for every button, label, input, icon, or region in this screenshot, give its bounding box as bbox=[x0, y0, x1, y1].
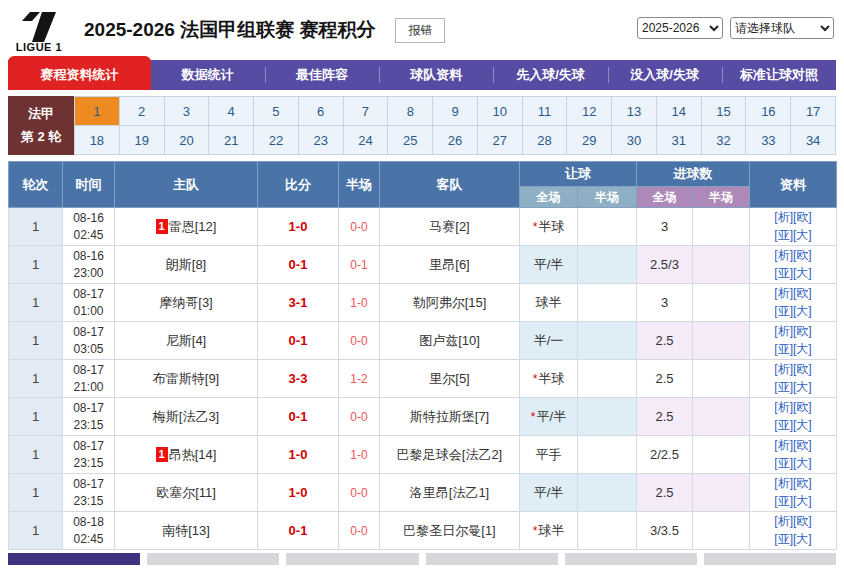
info-link[interactable]: [欧] bbox=[793, 438, 812, 452]
info-link[interactable]: [大] bbox=[793, 266, 812, 280]
info-link[interactable]: [析] bbox=[774, 514, 793, 528]
info-link[interactable]: [大] bbox=[793, 456, 812, 470]
home-team[interactable]: 朗斯[8] bbox=[115, 246, 258, 284]
round-cell-17[interactable]: 17 bbox=[791, 97, 836, 126]
tab-6[interactable]: 没入球/失球 bbox=[608, 60, 722, 90]
info-link[interactable]: [亚] bbox=[774, 456, 793, 470]
round-cell-34[interactable]: 34 bbox=[791, 126, 836, 155]
round-cell-13[interactable]: 13 bbox=[612, 97, 657, 126]
round-cell-19[interactable]: 19 bbox=[120, 126, 165, 155]
away-team[interactable]: 巴黎足球会[法乙2] bbox=[380, 436, 520, 474]
away-team[interactable]: 巴黎圣日尔曼[1] bbox=[380, 512, 520, 550]
tab-2[interactable]: 数据统计 bbox=[151, 60, 265, 90]
info-link[interactable]: [亚] bbox=[774, 532, 793, 546]
round-cell-23[interactable]: 23 bbox=[299, 126, 344, 155]
away-team[interactable]: 洛里昂[法乙1] bbox=[380, 474, 520, 512]
info-link[interactable]: [欧] bbox=[793, 248, 812, 262]
round-cell-28[interactable]: 28 bbox=[523, 126, 568, 155]
home-team[interactable]: 尼斯[4] bbox=[115, 322, 258, 360]
away-team[interactable]: 斯特拉斯堡[7] bbox=[380, 398, 520, 436]
home-team[interactable]: 摩纳哥[3] bbox=[115, 284, 258, 322]
round-cell-27[interactable]: 27 bbox=[478, 126, 523, 155]
season-select[interactable]: 2025-2026 bbox=[637, 17, 723, 39]
round-cell-11[interactable]: 11 bbox=[523, 97, 568, 126]
info-link[interactable]: [大] bbox=[793, 532, 812, 546]
info-link[interactable]: [大] bbox=[793, 342, 812, 356]
info-link[interactable]: [大] bbox=[793, 494, 812, 508]
round-cell-6[interactable]: 6 bbox=[299, 97, 344, 126]
info-link[interactable]: [亚] bbox=[774, 266, 793, 280]
tab-3[interactable]: 最佳阵容 bbox=[265, 60, 379, 90]
round-cell-31[interactable]: 31 bbox=[657, 126, 702, 155]
info-link[interactable]: [欧] bbox=[793, 400, 812, 414]
info-link[interactable]: [亚] bbox=[774, 342, 793, 356]
round-cell-3[interactable]: 3 bbox=[165, 97, 210, 126]
round-cell-25[interactable]: 25 bbox=[388, 126, 433, 155]
cutoff-tab-segment[interactable] bbox=[8, 553, 140, 565]
round-cell-2[interactable]: 2 bbox=[120, 97, 165, 126]
round-cell-32[interactable]: 32 bbox=[702, 126, 747, 155]
home-team[interactable]: 梅斯[法乙3] bbox=[115, 398, 258, 436]
round-cell-33[interactable]: 33 bbox=[746, 126, 791, 155]
round-cell-5[interactable]: 5 bbox=[254, 97, 299, 126]
home-team[interactable]: 1雷恩[12] bbox=[115, 208, 258, 246]
info-link[interactable]: [大] bbox=[793, 418, 812, 432]
info-link[interactable]: [亚] bbox=[774, 380, 793, 394]
info-link[interactable]: [欧] bbox=[793, 476, 812, 490]
round-cell-8[interactable]: 8 bbox=[388, 97, 433, 126]
round-cell-10[interactable]: 10 bbox=[478, 97, 523, 126]
away-team[interactable]: 图卢兹[10] bbox=[380, 322, 520, 360]
tab-5[interactable]: 先入球/失球 bbox=[493, 60, 607, 90]
round-cell-1[interactable]: 1 bbox=[75, 97, 120, 126]
away-team[interactable]: 里昂[6] bbox=[380, 246, 520, 284]
info-link[interactable]: [亚] bbox=[774, 418, 793, 432]
info-link[interactable]: [析] bbox=[774, 324, 793, 338]
cutoff-tab-segment[interactable] bbox=[147, 553, 279, 565]
info-link[interactable]: [析] bbox=[774, 210, 793, 224]
cutoff-tab-segment[interactable] bbox=[286, 553, 418, 565]
away-team[interactable]: 勒阿弗尔[15] bbox=[380, 284, 520, 322]
round-cell-7[interactable]: 7 bbox=[344, 97, 389, 126]
info-link[interactable]: [析] bbox=[774, 362, 793, 376]
tab-4[interactable]: 球队资料 bbox=[379, 60, 493, 90]
round-cell-14[interactable]: 14 bbox=[657, 97, 702, 126]
round-cell-9[interactable]: 9 bbox=[433, 97, 478, 126]
info-link[interactable]: [析] bbox=[774, 438, 793, 452]
info-link[interactable]: [欧] bbox=[793, 362, 812, 376]
report-error-button[interactable]: 报错 bbox=[395, 18, 445, 43]
cutoff-tab-segment[interactable] bbox=[426, 553, 558, 565]
round-cell-18[interactable]: 18 bbox=[75, 126, 120, 155]
cutoff-tab-segment[interactable] bbox=[704, 553, 836, 565]
round-cell-20[interactable]: 20 bbox=[165, 126, 210, 155]
info-link[interactable]: [大] bbox=[793, 228, 812, 242]
info-link[interactable]: [亚] bbox=[774, 494, 793, 508]
round-cell-15[interactable]: 15 bbox=[702, 97, 747, 126]
away-team[interactable]: 里尔[5] bbox=[380, 360, 520, 398]
round-cell-12[interactable]: 12 bbox=[567, 97, 612, 126]
info-link[interactable]: [析] bbox=[774, 476, 793, 490]
round-cell-24[interactable]: 24 bbox=[344, 126, 389, 155]
round-cell-22[interactable]: 22 bbox=[254, 126, 299, 155]
info-link[interactable]: [大] bbox=[793, 380, 812, 394]
info-link[interactable]: [欧] bbox=[793, 514, 812, 528]
round-cell-30[interactable]: 30 bbox=[612, 126, 657, 155]
info-link[interactable]: [析] bbox=[774, 400, 793, 414]
info-link[interactable]: [亚] bbox=[774, 228, 793, 242]
home-team[interactable]: 欧塞尔[11] bbox=[115, 474, 258, 512]
info-link[interactable]: [析] bbox=[774, 248, 793, 262]
tab-7[interactable]: 标准让球对照 bbox=[722, 60, 836, 90]
info-link[interactable]: [亚] bbox=[774, 304, 793, 318]
cutoff-tab-segment[interactable] bbox=[565, 553, 697, 565]
info-link[interactable]: [欧] bbox=[793, 286, 812, 300]
home-team[interactable]: 1昂热[14] bbox=[115, 436, 258, 474]
tab-1[interactable]: 赛程资料统计 bbox=[8, 56, 151, 90]
info-link[interactable]: [析] bbox=[774, 286, 793, 300]
round-cell-26[interactable]: 26 bbox=[433, 126, 478, 155]
round-cell-16[interactable]: 16 bbox=[746, 97, 791, 126]
away-team[interactable]: 马赛[2] bbox=[380, 208, 520, 246]
team-select[interactable]: 请选择球队 bbox=[730, 17, 834, 39]
round-cell-4[interactable]: 4 bbox=[209, 97, 254, 126]
info-link[interactable]: [欧] bbox=[793, 324, 812, 338]
home-team[interactable]: 布雷斯特[9] bbox=[115, 360, 258, 398]
info-link[interactable]: [欧] bbox=[793, 210, 812, 224]
